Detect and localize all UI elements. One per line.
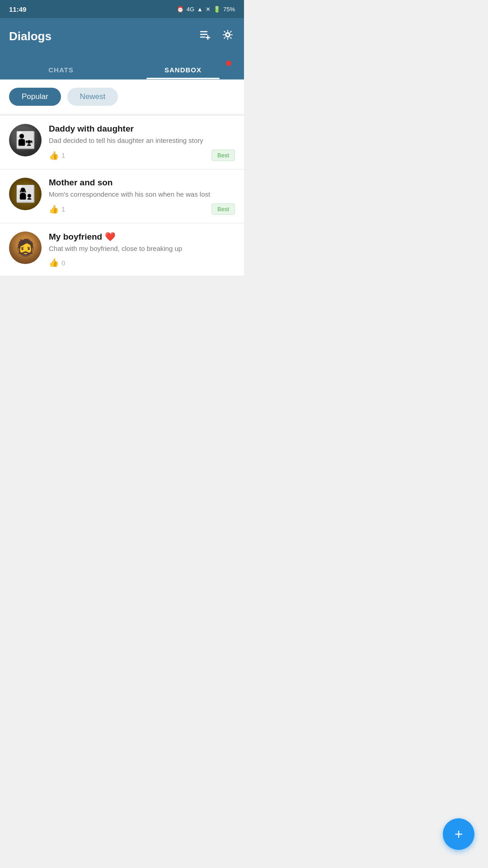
avatar-boyfriend bbox=[9, 231, 42, 264]
thumbs-up-icon-1: 👍 bbox=[49, 151, 59, 160]
battery-icon: 🔋 bbox=[213, 6, 221, 13]
battery-label: 75% bbox=[223, 6, 235, 13]
tab-bar: CHATS SANDBOX bbox=[0, 54, 244, 80]
app-header: Dialogs bbox=[0, 18, 244, 54]
chat-footer-2: 👍 1 Best bbox=[49, 203, 235, 215]
network-label: 4G bbox=[187, 6, 194, 13]
chat-item-2[interactable]: Mother and son Mom's correspondence with… bbox=[0, 170, 244, 223]
status-time: 11:49 bbox=[9, 5, 26, 13]
svg-point-5 bbox=[226, 33, 230, 37]
chat-subtitle-2: Mom's correspondence with his son when h… bbox=[49, 189, 235, 199]
thumbs-up-icon-2: 👍 bbox=[49, 204, 59, 214]
chat-subtitle-1: Dad decided to tell his daughter an inte… bbox=[49, 136, 235, 145]
avatar-mother-son bbox=[9, 178, 42, 210]
signal-icon: ▲ bbox=[197, 6, 203, 13]
header-actions bbox=[198, 28, 235, 45]
likes-count-3: 0 bbox=[61, 259, 65, 267]
chat-footer-1: 👍 1 Best bbox=[49, 150, 235, 161]
avatar-daddy-daughter bbox=[9, 124, 42, 156]
filter-popular-button[interactable]: Popular bbox=[9, 88, 61, 106]
chat-footer-3: 👍 0 bbox=[49, 258, 235, 268]
chat-content-2: Mother and son Mom's correspondence with… bbox=[49, 178, 235, 215]
alarm-icon: ⏰ bbox=[177, 6, 184, 13]
chat-item-1[interactable]: Daddy with daughter Dad decided to tell … bbox=[0, 116, 244, 170]
sandbox-badge bbox=[226, 61, 231, 66]
page-title: Dialogs bbox=[9, 29, 52, 43]
chat-list: Daddy with daughter Dad decided to tell … bbox=[0, 116, 244, 276]
likes-count-1: 1 bbox=[61, 151, 65, 159]
list-add-icon bbox=[200, 30, 211, 40]
chat-title-3: My boyfriend ❤️ bbox=[49, 231, 235, 242]
chat-content-1: Daddy with daughter Dad decided to tell … bbox=[49, 124, 235, 161]
filter-newest-button[interactable]: Newest bbox=[67, 88, 118, 106]
tab-sandbox-label: SANDBOX bbox=[164, 66, 202, 74]
chat-title-1: Daddy with daughter bbox=[49, 124, 235, 134]
best-badge-1: Best bbox=[211, 150, 235, 161]
likes-count-2: 1 bbox=[61, 205, 65, 213]
status-icons: ⏰ 4G ▲ ✕ 🔋 75% bbox=[177, 6, 235, 13]
tab-chats[interactable]: CHATS bbox=[0, 54, 122, 79]
tab-sandbox-indicator bbox=[146, 78, 220, 79]
gear-icon bbox=[222, 29, 233, 40]
chat-likes-3: 👍 0 bbox=[49, 258, 65, 268]
chat-title-2: Mother and son bbox=[49, 178, 235, 188]
thumbs-up-icon-3: 👍 bbox=[49, 258, 59, 268]
signal-x-icon: ✕ bbox=[206, 6, 211, 13]
chat-likes-1: 👍 1 bbox=[49, 151, 65, 160]
tab-chats-label: CHATS bbox=[48, 66, 74, 74]
add-list-button[interactable] bbox=[198, 28, 212, 44]
chat-subtitle-3: Chat with my boyfriend, close to breakin… bbox=[49, 244, 235, 253]
chat-content-3: My boyfriend ❤️ Chat with my boyfriend, … bbox=[49, 231, 235, 268]
chat-likes-2: 👍 1 bbox=[49, 204, 65, 214]
settings-button[interactable] bbox=[221, 28, 235, 45]
chat-item-3[interactable]: My boyfriend ❤️ Chat with my boyfriend, … bbox=[0, 223, 244, 276]
tab-sandbox[interactable]: SANDBOX bbox=[122, 54, 244, 79]
best-badge-2: Best bbox=[211, 203, 235, 215]
status-bar: 11:49 ⏰ 4G ▲ ✕ 🔋 75% bbox=[0, 0, 244, 18]
filter-row: Popular Newest bbox=[0, 80, 244, 114]
